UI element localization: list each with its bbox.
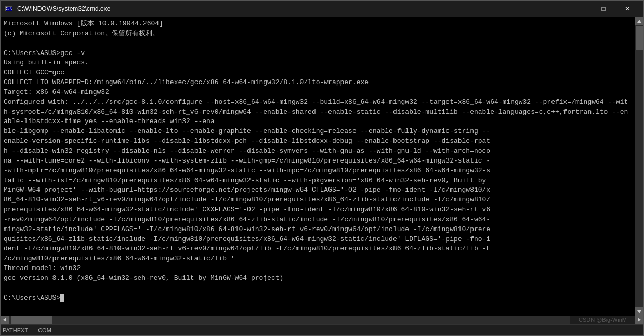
h-scroll-track-area[interactable] <box>9 316 570 324</box>
svg-marker-2 <box>3 318 6 322</box>
bottom-section: CSDN @Big-WinM PATHEXT .COM <box>1 316 643 335</box>
status-items: PATHEXT .COM <box>3 327 51 333</box>
status-com: .COM <box>36 327 51 333</box>
cmd-app-icon: C:\ <box>5 5 13 13</box>
minimize-button[interactable]: — <box>568 1 592 17</box>
status-pathext: PATHEXT <box>3 327 28 333</box>
cmd-window: C:\ C:\WINDOWS\system32\cmd.exe — □ ✕ Mi… <box>0 0 644 336</box>
close-button[interactable]: ✕ <box>615 1 639 17</box>
watermark-text: CSDN @Big-WinM <box>579 317 627 323</box>
scroll-right-button[interactable] <box>635 316 643 324</box>
h-scroll-thumb[interactable] <box>11 316 52 324</box>
cursor <box>60 294 64 302</box>
svg-marker-1 <box>637 310 641 313</box>
svg-marker-0 <box>637 20 641 23</box>
window-title: C:\WINDOWS\system32\cmd.exe <box>17 5 110 12</box>
svg-marker-3 <box>638 318 641 322</box>
scroll-track-area[interactable] <box>635 25 643 307</box>
scroll-left-button[interactable] <box>1 316 9 324</box>
status-bar: PATHEXT .COM <box>1 324 643 335</box>
scroll-thumb[interactable] <box>636 26 643 50</box>
vertical-scrollbar[interactable] <box>635 17 643 316</box>
scroll-down-button[interactable] <box>635 307 643 316</box>
title-bar: C:\ C:\WINDOWS\system32\cmd.exe — □ ✕ <box>1 1 643 17</box>
watermark-area: CSDN @Big-WinM <box>570 316 635 324</box>
console-main[interactable]: Microsoft Windows [版本 10.0.19044.2604] (… <box>1 17 635 316</box>
window-controls: — □ ✕ <box>568 1 639 17</box>
title-bar-left: C:\ C:\WINDOWS\system32\cmd.exe <box>5 5 110 13</box>
maximize-button[interactable]: □ <box>592 1 615 17</box>
scroll-up-button[interactable] <box>635 17 643 25</box>
horizontal-scrollbar[interactable]: CSDN @Big-WinM <box>1 316 643 324</box>
console-container: Microsoft Windows [版本 10.0.19044.2604] (… <box>1 17 643 316</box>
console-output: Microsoft Windows [版本 10.0.19044.2604] (… <box>4 19 632 314</box>
